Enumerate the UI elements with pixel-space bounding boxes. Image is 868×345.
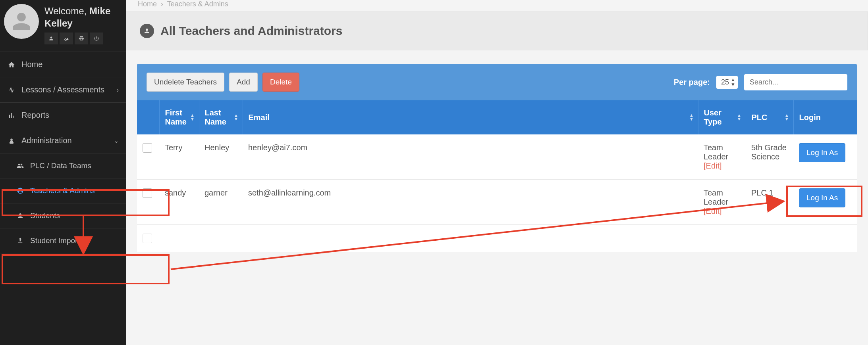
table-row — [137, 225, 857, 252]
col-label: Login — [799, 113, 821, 122]
user-first-name: Mike — [89, 6, 110, 16]
col-label: First Name — [165, 108, 187, 126]
sidebar-item-label: Administration — [21, 136, 72, 145]
updown-icon: ▲▼ — [731, 77, 735, 87]
sort-icon: ▲▼ — [785, 114, 789, 121]
user-profile-button[interactable] — [44, 33, 58, 44]
sidebar-item-label: Student Import — [30, 236, 80, 245]
sort-icon: ▲▼ — [689, 114, 694, 121]
edit-user-type-link[interactable]: [Edit] — [704, 207, 722, 215]
col-email[interactable]: Email▲▼ — [243, 100, 698, 134]
sort-icon: ▲▼ — [737, 114, 742, 121]
sidebar-item-home[interactable]: Home — [0, 52, 126, 77]
breadcrumb: Home › Teachers & Admins — [126, 0, 868, 12]
person-icon — [16, 212, 25, 219]
per-page-value: 25 — [721, 78, 729, 86]
col-label: Email — [249, 113, 270, 122]
barchart-icon — [7, 112, 16, 119]
sidebar-item-label: Students — [30, 211, 60, 220]
page-header: All Teachers and Administrators — [126, 12, 868, 50]
export-icon — [16, 237, 25, 244]
cell-plc: PLC 1 — [746, 180, 793, 225]
admin-icon — [7, 137, 16, 144]
user-power-button[interactable] — [90, 33, 103, 44]
sort-icon: ▲▼ — [190, 114, 195, 121]
col-last-name[interactable]: Last Name▲▼ — [199, 100, 243, 134]
per-page-select[interactable]: 25 ▲▼ — [716, 76, 738, 89]
welcome-text: Welcome, Mike Kelley — [44, 5, 121, 29]
sidebar-item-label: Lessons / Assessments — [21, 85, 104, 94]
per-page-label: Per page: — [674, 78, 710, 87]
sidebar-item-label: Home — [21, 60, 42, 69]
undelete-teachers-button[interactable]: Undelete Teachers — [147, 73, 224, 92]
cell-email: seth@allinlearning.com — [243, 180, 698, 225]
chevron-down-icon: ⌄ — [114, 138, 119, 144]
add-button[interactable]: Add — [229, 73, 258, 92]
row-checkbox[interactable] — [143, 188, 152, 198]
user-print-button[interactable] — [75, 33, 88, 44]
user-settings-button[interactable] — [60, 33, 73, 44]
sidebar-item-lessons[interactable]: Lessons / Assessments › — [0, 77, 126, 103]
cell-user-type: Team Leader [Edit] — [698, 134, 746, 180]
sidebar-item-administration[interactable]: Administration ⌄ — [0, 128, 126, 153]
cell-user-type: Team Leader [Edit] — [698, 180, 746, 225]
col-label: User Type — [704, 108, 722, 126]
breadcrumb-current: Teachers & Admins — [167, 0, 228, 8]
user-type-text: Team Leader — [704, 188, 728, 206]
log-in-as-button[interactable]: Log In As — [799, 188, 845, 207]
cell-plc: 5th Grade Science — [746, 134, 793, 180]
cell-first-name: Terry — [159, 134, 199, 180]
sidebar-item-label: PLC / Data Teams — [30, 161, 91, 170]
col-label: PLC — [752, 113, 768, 122]
sidebar: Welcome, Mike Kelley Home Lessons / Asse… — [0, 0, 126, 345]
teachers-table: First Name▲▼ Last Name▲▼ Email▲▼ User Ty… — [137, 100, 857, 252]
user-circle-icon — [16, 187, 25, 194]
welcome-prefix: Welcome, — [44, 6, 89, 16]
chevron-right-icon: › — [117, 87, 119, 93]
sidebar-item-teachers-admins[interactable]: Teachers & Admins — [0, 178, 126, 203]
group-icon — [16, 162, 25, 169]
col-checkbox — [137, 100, 159, 134]
row-checkbox[interactable] — [143, 143, 152, 153]
cell-last-name: garner — [199, 180, 243, 225]
sidebar-item-students[interactable]: Students — [0, 203, 126, 228]
sidebar-item-reports[interactable]: Reports — [0, 103, 126, 128]
col-first-name[interactable]: First Name▲▼ — [159, 100, 199, 134]
table-row: sandy garner seth@allinlearning.com Team… — [137, 180, 857, 225]
table-row: Terry Henley henley@ai7.com Team Leader … — [137, 134, 857, 180]
col-plc[interactable]: PLC▲▼ — [746, 100, 793, 134]
sidebar-item-label: Reports — [21, 111, 49, 120]
col-user-type[interactable]: User Type▲▼ — [698, 100, 746, 134]
log-in-as-button[interactable]: Log In As — [799, 143, 845, 162]
row-checkbox[interactable] — [143, 234, 152, 243]
user-type-text: Team Leader — [704, 143, 728, 161]
profile-block: Welcome, Mike Kelley — [0, 0, 126, 52]
search-input[interactable] — [744, 74, 847, 90]
cell-last-name: Henley — [199, 134, 243, 180]
breadcrumb-home[interactable]: Home — [138, 0, 157, 8]
sidebar-item-student-import[interactable]: Student Import — [0, 228, 126, 253]
user-circle-icon — [140, 24, 154, 38]
sort-icon: ▲▼ — [234, 114, 239, 121]
table-toolbar: Undelete Teachers Add Delete Per page: 2… — [137, 64, 857, 100]
delete-button[interactable]: Delete — [262, 73, 299, 92]
activity-icon — [7, 86, 16, 94]
user-last-name: Kelley — [44, 18, 73, 29]
col-login: Login — [793, 100, 857, 134]
cell-email: henley@ai7.com — [243, 134, 698, 180]
cell-first-name: sandy — [159, 180, 199, 225]
sidebar-item-plc[interactable]: PLC / Data Teams — [0, 153, 126, 178]
avatar — [4, 4, 39, 39]
page-title: All Teachers and Administrators — [160, 24, 342, 38]
col-label: Last Name — [205, 108, 226, 126]
main-content: Home › Teachers & Admins All Teachers an… — [126, 0, 868, 345]
edit-user-type-link[interactable]: [Edit] — [704, 161, 722, 170]
sidebar-item-label: Teachers & Admins — [30, 186, 95, 195]
home-icon — [7, 61, 16, 68]
